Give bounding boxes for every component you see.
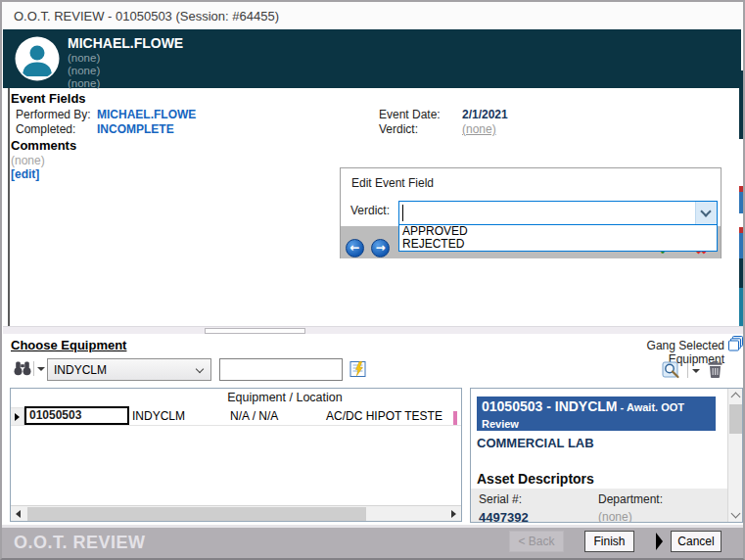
- banner-detail-line: (none): [68, 52, 100, 64]
- comments-heading: Comments: [11, 138, 76, 153]
- serial-label: Serial #:: [479, 492, 522, 506]
- find-dropdown-caret-icon[interactable]: [37, 367, 45, 371]
- gang-selected-equipment-label[interactable]: Gang Selected Equipment: [587, 339, 724, 366]
- background-window-fragment: [739, 233, 745, 258]
- detail-equipment-id: 01050503: [482, 398, 542, 414]
- scroll-right-button[interactable]: [445, 506, 461, 521]
- scrollbar-thumb[interactable]: [729, 404, 742, 434]
- window-titlebar: O.O.T. REVIEW - 01050503 (Session: #6445…: [2, 2, 743, 29]
- user-avatar-icon: [15, 36, 60, 81]
- grid-header-equipment-location: Equipment / Location: [11, 391, 461, 404]
- cancel-button[interactable]: Cancel: [671, 531, 722, 552]
- gang-pages-icon[interactable]: [728, 336, 744, 351]
- arrow-right-icon: [451, 510, 456, 518]
- verdict-label: Verdict:: [379, 122, 418, 136]
- choose-equipment-heading[interactable]: Choose Equipment: [11, 338, 126, 352]
- user-banner: MICHAEL.FLOWE (none) (none) (none): [3, 29, 741, 88]
- find-binoculars-icon[interactable]: [14, 360, 31, 376]
- wizard-footer: O.O.T. REVIEW < Back Finish Cancel: [2, 528, 743, 558]
- equipment-grid: Equipment / Location 01050503 INDYCLM N/…: [10, 388, 462, 522]
- department-value: (none): [598, 510, 632, 523]
- grid-horizontal-scrollbar[interactable]: [11, 505, 461, 521]
- grid-cell-equipment-id[interactable]: 01050503: [24, 406, 129, 425]
- verdict-dropdown-button[interactable]: [695, 202, 717, 224]
- back-button[interactable]: < Back: [509, 531, 564, 552]
- background-window-fragment: [739, 192, 745, 213]
- background-window-fragment: [739, 288, 745, 326]
- department-label: Department:: [598, 492, 663, 506]
- verdict-option-rejected[interactable]: REJECTED: [399, 238, 717, 251]
- text-cursor: [402, 205, 403, 221]
- equipment-detail-panel: 01050503 - INDYCLM - Await. OOT Review C…: [470, 388, 743, 523]
- verdict-dropdown-list: APPROVED REJECTED: [398, 224, 718, 252]
- event-date-label: Event Date:: [379, 108, 441, 121]
- toolbar-separator: [687, 363, 688, 378]
- detail-lab-name: COMMERCIAL LAB: [477, 436, 594, 450]
- chevron-up-icon[interactable]: [731, 393, 741, 402]
- dialog-verdict-label: Verdict:: [350, 204, 390, 217]
- section-scrollbar[interactable]: [3, 326, 743, 334]
- edit-form-icon[interactable]: [349, 360, 367, 378]
- verdict-combobox[interactable]: [398, 201, 718, 225]
- equipment-detail-header[interactable]: 01050503 - INDYCLM - Await. OOT Review: [477, 397, 716, 431]
- finish-button[interactable]: Finish: [584, 531, 634, 552]
- grid-row-selector[interactable]: [11, 407, 24, 425]
- grid-row-divider: [11, 425, 461, 426]
- default-button-arrow-icon: [656, 533, 663, 550]
- banner-detail-line: (none): [68, 65, 100, 76]
- event-date-value: 2/1/2021: [462, 108, 508, 121]
- next-field-button[interactable]: →: [371, 239, 390, 257]
- preview-dropdown-caret-icon[interactable]: [692, 369, 700, 373]
- performed-by-value: MICHAEL.FLOWE: [97, 108, 196, 121]
- current-row-arrow-icon: [15, 413, 20, 421]
- arrow-left-icon: ←: [349, 241, 359, 255]
- serial-value: 4497392: [479, 510, 529, 523]
- comments-edit-link[interactable]: [edit]: [11, 167, 39, 181]
- performed-by-label: Performed By:: [16, 108, 91, 121]
- equipment-search-input[interactable]: [219, 358, 343, 381]
- footer-title: O.O.T. REVIEW: [14, 533, 146, 553]
- chevron-down-icon: [196, 365, 204, 373]
- asset-descriptors-band: Serial #: Department: 4497392 (none): [471, 489, 727, 523]
- banner-detail-line: (none): [68, 77, 100, 89]
- chevron-down-icon: [700, 206, 711, 216]
- asset-descriptors-heading: Asset Descriptors: [477, 471, 594, 487]
- arrow-right-icon: →: [375, 241, 385, 255]
- scrollbar-thumb[interactable]: [27, 507, 366, 521]
- equipment-filter-dropdown[interactable]: INDYCLM: [47, 358, 211, 381]
- chevron-down-icon[interactable]: [731, 509, 741, 519]
- content-left-border: [8, 88, 10, 326]
- grid-edge-fragment: [453, 411, 457, 425]
- scroll-left-button[interactable]: [11, 506, 26, 521]
- detail-separator: -: [542, 398, 554, 414]
- dialog-title: Edit Event Field: [351, 176, 434, 190]
- banner-user-name: MICHAEL.FLOWE: [68, 35, 183, 51]
- window-title: O.O.T. REVIEW - 01050503 (Session: #6445…: [14, 9, 279, 23]
- grid-cell-description[interactable]: AC/DC HIPOT TESTE: [326, 409, 442, 423]
- event-fields-heading: Event Fields: [11, 91, 86, 106]
- detail-vertical-scrollbar[interactable]: [727, 389, 742, 522]
- background-window-fragment: [739, 258, 745, 288]
- grid-cell-equipment-name[interactable]: INDYCLM: [132, 409, 185, 423]
- edit-event-field-dialog: Edit Event Field Verdict: APPROVED REJEC…: [340, 167, 722, 258]
- completed-label: Completed:: [16, 122, 75, 136]
- verdict-value-link[interactable]: (none): [462, 122, 496, 136]
- toolbar-separator: [33, 361, 34, 376]
- background-window-fragment: [739, 70, 745, 139]
- completed-value: INCOMPLETE: [97, 122, 174, 136]
- arrow-left-icon: [16, 510, 21, 518]
- scrollbar-thumb[interactable]: [205, 328, 305, 334]
- grid-cell-location[interactable]: N/A / N/A: [230, 409, 278, 423]
- comments-value: (none): [11, 154, 45, 167]
- detail-equipment-name: INDYCLM: [555, 398, 618, 414]
- preview-magnifier-icon[interactable]: [662, 361, 680, 380]
- delete-trash-icon[interactable]: [707, 360, 723, 378]
- previous-field-button[interactable]: ←: [346, 239, 364, 257]
- detail-separator: -: [618, 401, 627, 413]
- equipment-filter-value: INDYCLM: [54, 363, 107, 377]
- oot-review-window: O.O.T. REVIEW - 01050503 (Session: #6445…: [0, 0, 745, 560]
